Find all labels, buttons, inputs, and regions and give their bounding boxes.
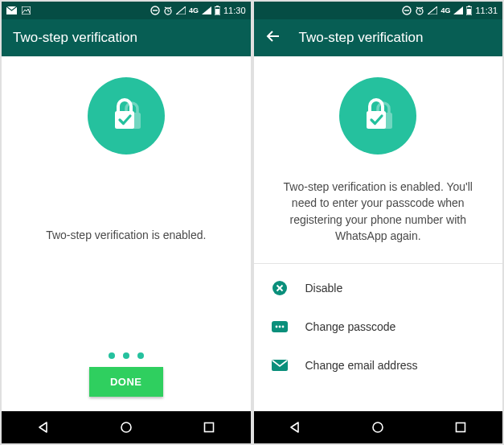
battery-icon: [466, 6, 472, 15]
signal-empty-icon: [176, 6, 186, 14]
page-indicator: [109, 352, 144, 359]
svg-point-38: [275, 326, 277, 328]
signal-icon: [202, 6, 211, 14]
signal-empty-icon: [428, 6, 437, 14]
screen-twostep-settings: 4G 11:31 Two-step verification: [254, 2, 503, 443]
battery-icon: [215, 6, 220, 15]
passcode-icon: [272, 319, 288, 335]
svg-point-17: [121, 422, 131, 432]
image-icon: [22, 6, 31, 14]
nav-back-icon[interactable]: [35, 419, 51, 435]
option-label: Disable: [305, 282, 343, 295]
network-label: 4G: [189, 6, 199, 14]
nav-recent-icon[interactable]: [453, 419, 469, 435]
statusbar: 4G 11:30: [2, 2, 251, 19]
option-change-email[interactable]: Change email address: [254, 346, 503, 385]
android-navbar: [254, 411, 503, 443]
screen-twostep-confirm: 4G 11:30 Two-step verification: [2, 2, 251, 443]
svg-marker-27: [453, 6, 463, 14]
option-change-passcode[interactable]: Change passcode: [254, 307, 503, 346]
svg-point-40: [281, 326, 284, 328]
appbar-title: Two-step verification: [299, 30, 424, 46]
alarm-icon: [163, 6, 173, 15]
nav-home-icon[interactable]: [370, 419, 386, 435]
statusbar: 4G 11:31: [254, 2, 503, 19]
svg-rect-30: [467, 9, 471, 14]
close-circle-icon: [272, 280, 288, 296]
svg-marker-10: [202, 6, 211, 14]
option-label: Change email address: [305, 359, 418, 372]
appbar-title: Two-step verification: [13, 30, 137, 46]
svg-rect-33: [367, 111, 386, 129]
appbar: Two-step verification: [2, 19, 251, 56]
signal-icon: [453, 6, 463, 14]
svg-marker-9: [176, 6, 186, 14]
status-message: Two-step verification is enabled. You'll…: [254, 179, 503, 244]
clock-label: 11:31: [475, 6, 498, 15]
svg-rect-15: [115, 111, 134, 129]
dnd-icon: [150, 6, 160, 15]
svg-rect-18: [204, 423, 213, 432]
svg-line-7: [165, 7, 166, 8]
nav-home-icon[interactable]: [118, 419, 134, 435]
clock-label: 11:30: [223, 6, 246, 15]
network-label: 4G: [440, 6, 450, 14]
svg-line-8: [170, 7, 171, 8]
svg-rect-13: [215, 9, 219, 14]
android-navbar: [2, 411, 251, 443]
back-icon[interactable]: [265, 28, 281, 48]
status-message: Two-step verification is enabled.: [23, 227, 228, 243]
svg-rect-44: [457, 423, 465, 432]
svg-marker-26: [428, 6, 437, 14]
dnd-icon: [402, 6, 412, 15]
mail-icon: [272, 357, 288, 373]
alarm-icon: [415, 6, 424, 15]
lock-check-icon: [88, 77, 165, 155]
lock-check-icon: [339, 77, 416, 155]
done-button[interactable]: DONE: [89, 367, 163, 397]
svg-marker-42: [291, 422, 298, 432]
svg-point-43: [373, 422, 383, 432]
appbar: Two-step verification: [254, 19, 503, 56]
option-label: Change passcode: [305, 320, 396, 333]
svg-marker-16: [39, 422, 47, 432]
option-disable[interactable]: Disable: [254, 269, 503, 307]
svg-line-25: [421, 7, 423, 8]
nav-back-icon[interactable]: [287, 419, 303, 435]
svg-line-24: [416, 7, 418, 8]
mail-icon: [6, 6, 17, 14]
svg-point-39: [278, 326, 281, 328]
nav-recent-icon[interactable]: [201, 419, 217, 435]
